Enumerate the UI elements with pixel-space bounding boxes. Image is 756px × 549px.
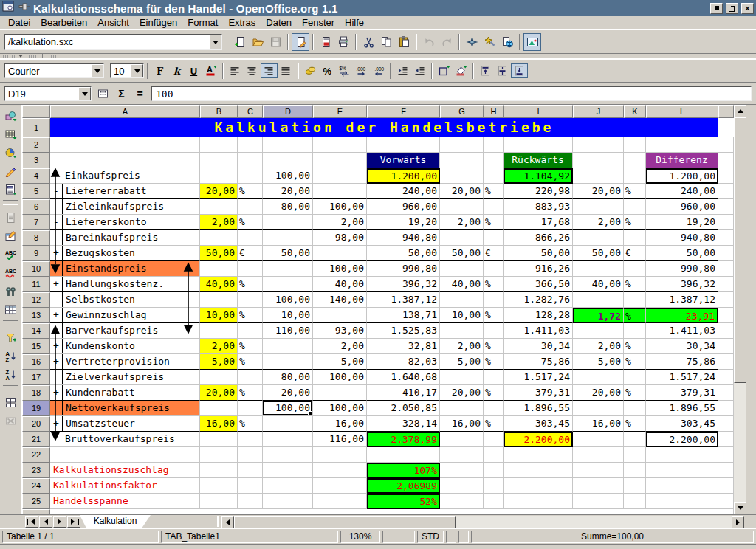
cell-F7[interactable]: 19,20: [367, 215, 440, 230]
cell-H20[interactable]: %: [484, 416, 504, 432]
horizontal-scrollbar[interactable]: [221, 516, 744, 528]
cell-F16[interactable]: 82,03: [367, 354, 440, 370]
cell-E7[interactable]: 2,00: [313, 215, 367, 230]
cell-I15[interactable]: 30,34: [504, 339, 573, 354]
cell-B17[interactable]: [200, 370, 238, 385]
cell-I4[interactable]: 1.104,92: [504, 168, 573, 184]
sum-icon[interactable]: Σ: [113, 86, 130, 101]
cell-A5[interactable]: -Liefererrabatt: [50, 184, 200, 199]
cell-I17[interactable]: 1.517,24: [504, 370, 573, 385]
cell-C25[interactable]: [238, 494, 263, 509]
cell-F2[interactable]: [367, 137, 440, 153]
cell-I12[interactable]: 1.282,76: [504, 292, 573, 308]
cell-H18[interactable]: %: [484, 385, 504, 401]
cell-K10[interactable]: [624, 261, 646, 277]
column-header-K[interactable]: K: [624, 105, 646, 118]
cell-C6[interactable]: [238, 199, 263, 215]
insert-chart-icon[interactable]: [1, 143, 20, 162]
cell-filler[interactable]: [718, 401, 734, 416]
cell-D11[interactable]: [263, 277, 313, 292]
cell-C14[interactable]: [238, 323, 263, 339]
cell-L19[interactable]: 1.896,55: [646, 401, 718, 416]
row-header-21[interactable]: 21: [22, 432, 50, 447]
cell-D21[interactable]: [263, 432, 313, 447]
grip-handle[interactable]: [27, 55, 38, 58]
cell-G20[interactable]: 16,00: [440, 416, 484, 432]
document-url[interactable]: /kalkulation.sxc: [5, 35, 209, 49]
scroll-up-icon[interactable]: [734, 105, 746, 117]
menu-ansicht[interactable]: Ansicht: [92, 17, 134, 28]
cell-G2[interactable]: [440, 137, 484, 153]
cell-L21[interactable]: 2.200,00: [646, 432, 718, 447]
column-header-L[interactable]: L: [646, 105, 718, 118]
cell-I9[interactable]: 50,00: [504, 246, 573, 261]
cell-H25[interactable]: [484, 494, 504, 509]
row-header-10[interactable]: 10: [22, 261, 50, 277]
cell-filler[interactable]: [718, 416, 734, 432]
cell-A16[interactable]: +Vertreterprovision: [50, 354, 200, 370]
cell-L17[interactable]: 1.517,24: [646, 370, 718, 385]
cell-K13[interactable]: %: [624, 308, 646, 323]
cell-B5[interactable]: 20,00: [200, 184, 238, 199]
edit-file-icon[interactable]: [292, 33, 309, 51]
align-bottom-icon[interactable]: [511, 63, 528, 78]
cell-A20[interactable]: +Umsatzsteuer: [50, 416, 200, 432]
cell-H8[interactable]: [484, 230, 504, 246]
cell-K15[interactable]: %: [624, 339, 646, 354]
paste-icon[interactable]: [395, 33, 413, 51]
menu-fenster[interactable]: Fenster: [297, 17, 340, 28]
cell-E10[interactable]: 100,00: [313, 261, 367, 277]
column-header-C[interactable]: C: [238, 105, 263, 118]
cell-C12[interactable]: [238, 292, 263, 308]
row-header-13[interactable]: 13: [22, 308, 50, 323]
cell-A18[interactable]: +Kundenrabatt: [50, 385, 200, 401]
autofilter-icon[interactable]: [1, 328, 20, 347]
cell-K24[interactable]: [624, 478, 646, 494]
cell-D20[interactable]: [263, 416, 313, 432]
cell-H6[interactable]: [484, 199, 504, 215]
cell-D15[interactable]: [263, 339, 313, 354]
cell-E18[interactable]: [313, 385, 367, 401]
menu-datei[interactable]: Datei: [3, 17, 35, 28]
row-header-16[interactable]: 16: [22, 354, 50, 370]
cell-F25[interactable]: 52%: [367, 494, 440, 509]
cell-H14[interactable]: [484, 323, 504, 339]
cell-A15[interactable]: +Kundenskonto: [50, 339, 200, 354]
cell-filler[interactable]: [718, 277, 734, 292]
font-color-icon[interactable]: A: [202, 63, 219, 78]
cell-A8[interactable]: Bareinkaufspreis: [50, 230, 200, 246]
cell-A25[interactable]: Handelsspanne: [50, 494, 200, 509]
cell-D10[interactable]: [263, 261, 313, 277]
horizontal-scroll-thumb[interactable]: [234, 516, 456, 528]
cell-J7[interactable]: 2,00: [573, 215, 624, 230]
cell-G13[interactable]: 10,00: [440, 308, 484, 323]
row-header-11[interactable]: 11: [22, 277, 50, 292]
bold-icon[interactable]: F: [151, 63, 168, 78]
column-header-I[interactable]: I: [504, 105, 573, 118]
cell-E17[interactable]: 100,00: [313, 370, 367, 385]
cell-K20[interactable]: %: [624, 416, 646, 432]
insert-object-icon[interactable]: [1, 106, 20, 125]
cell-B20[interactable]: 16,00: [200, 416, 238, 432]
cell-C24[interactable]: [238, 478, 263, 494]
cell-J23[interactable]: [573, 463, 624, 478]
cell-H5[interactable]: %: [484, 184, 504, 199]
cell-C11[interactable]: %: [238, 277, 263, 292]
cell-L2[interactable]: [646, 137, 718, 153]
cut-icon[interactable]: [360, 33, 377, 51]
align-right-icon[interactable]: [261, 63, 278, 78]
cell-E11[interactable]: 40,00: [313, 277, 367, 292]
cell-F14[interactable]: 1.525,83: [367, 323, 440, 339]
standard-format-icon[interactable]: $%: [336, 63, 353, 78]
align-center-icon[interactable]: [244, 63, 261, 78]
cell-A23[interactable]: Kalkulationszuschlag: [50, 463, 200, 478]
cell-I16[interactable]: 75,86: [504, 354, 573, 370]
cell-F23[interactable]: 107%: [367, 463, 440, 478]
sheet-title-cell[interactable]: Kalkulation der Handelsbetriebe: [50, 118, 718, 137]
cell-E19[interactable]: 100,00: [313, 401, 367, 416]
cell-K14[interactable]: [624, 323, 646, 339]
cell-J14[interactable]: [573, 323, 624, 339]
cell-filler[interactable]: [718, 339, 734, 354]
cell-C7[interactable]: %: [238, 215, 263, 230]
cell-C16[interactable]: %: [238, 354, 263, 370]
